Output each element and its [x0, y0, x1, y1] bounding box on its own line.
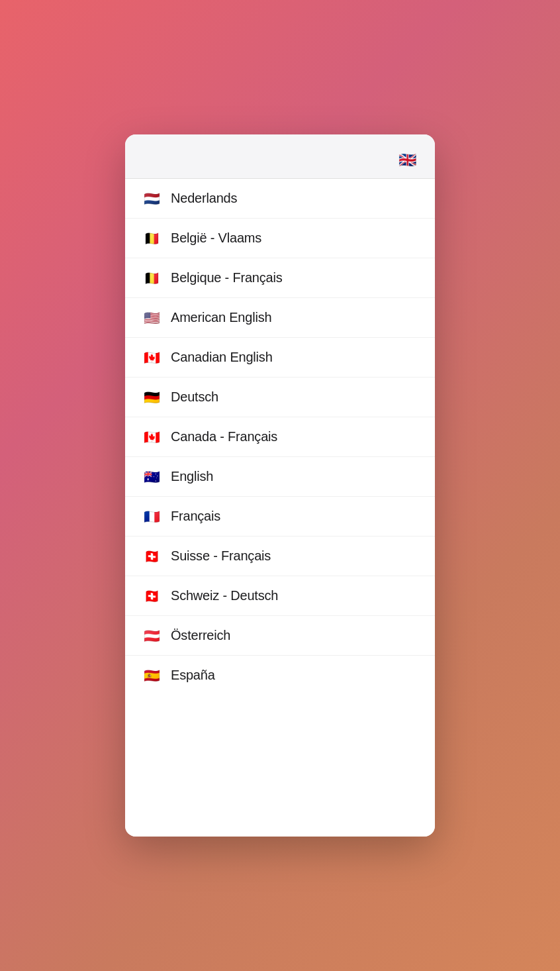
flag-icon-be-fr: 🇧🇪: [144, 272, 160, 285]
language-label-nl: Nederlands: [171, 191, 237, 206]
flag-icon-ch-fr: 🇨🇭: [144, 550, 160, 563]
language-item-ca-fr[interactable]: 🇨🇦Canada - Français: [125, 417, 435, 457]
language-label-de: Deutsch: [171, 389, 218, 405]
language-item-en-ca[interactable]: 🇨🇦Canadian English: [125, 338, 435, 378]
language-label-ch-fr: Suisse - Français: [171, 548, 271, 564]
language-item-nl[interactable]: 🇳🇱Nederlands: [125, 179, 435, 219]
language-label-en-au: English: [171, 469, 213, 484]
language-label-fr: Français: [171, 509, 220, 524]
language-selector-card: 🇬🇧 🇳🇱Nederlands🇧🇪België - Vlaams🇧🇪Belgiq…: [125, 134, 435, 837]
language-label-ch-de: Schweiz - Deutsch: [171, 588, 278, 603]
language-label-at: Österreich: [171, 628, 230, 643]
flag-icon-en-ca: 🇨🇦: [144, 351, 160, 364]
language-label-en-us: American English: [171, 310, 271, 325]
flag-icon-be-nl: 🇧🇪: [144, 232, 160, 245]
language-item-es[interactable]: 🇪🇸España: [125, 656, 435, 695]
language-label-es: España: [171, 668, 215, 683]
language-label-ca-fr: Canada - Français: [171, 429, 277, 444]
language-label-be-fr: Belgique - Français: [171, 270, 283, 285]
language-item-fr[interactable]: 🇫🇷Français: [125, 497, 435, 537]
flag-icon-en-au: 🇦🇺: [144, 470, 160, 484]
language-item-en-us[interactable]: 🇺🇸American English: [125, 298, 435, 338]
flag-icon-en-us: 🇺🇸: [144, 311, 160, 325]
language-item-ch-fr[interactable]: 🇨🇭Suisse - Français: [125, 537, 435, 576]
flag-icon-nl: 🇳🇱: [144, 192, 160, 205]
language-dropdown-panel: 🇳🇱Nederlands🇧🇪België - Vlaams🇧🇪Belgique …: [125, 179, 435, 837]
flag-icon-es: 🇪🇸: [144, 669, 160, 682]
language-item-be-fr[interactable]: 🇧🇪Belgique - Français: [125, 258, 435, 298]
language-item-en-au[interactable]: 🇦🇺English: [125, 457, 435, 497]
language-label-en-ca: Canadian English: [171, 350, 273, 365]
language-label-be-nl: België - Vlaams: [171, 230, 261, 246]
flag-icon-at: 🇦🇹: [144, 629, 160, 642]
flag-icon-de: 🇩🇪: [144, 391, 160, 404]
language-item-be-nl[interactable]: 🇧🇪België - Vlaams: [125, 219, 435, 258]
card-header: 🇬🇧: [125, 134, 435, 179]
flag-icon-fr: 🇫🇷: [144, 510, 160, 523]
flag-icon-ch-de: 🇨🇭: [144, 589, 160, 603]
language-item-at[interactable]: 🇦🇹Österreich: [125, 616, 435, 656]
language-item-de[interactable]: 🇩🇪Deutsch: [125, 378, 435, 417]
language-item-ch-de[interactable]: 🇨🇭Schweiz - Deutsch: [125, 576, 435, 616]
flag-icon-ca-fr: 🇨🇦: [144, 431, 160, 444]
selected-language-flag: 🇬🇧: [398, 153, 416, 168]
